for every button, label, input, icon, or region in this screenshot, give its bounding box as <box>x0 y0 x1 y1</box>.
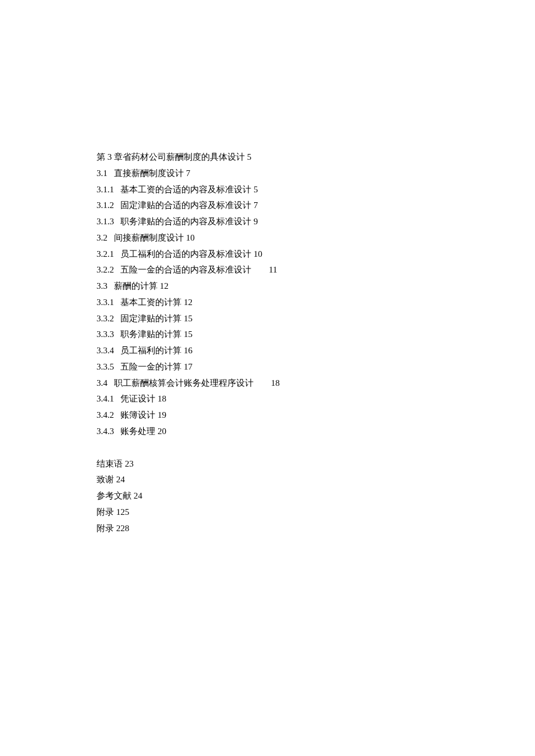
toc-chapter-title: 第 3 章省药材公司薪酬制度的具体设计 5 <box>97 149 535 166</box>
toc-entry: 3.3.1 基本工资的计算 12 <box>97 295 535 311</box>
toc-entry: 3.3.5 五险一金的计算 17 <box>97 359 535 375</box>
toc-entry: 3.4.3 账务处理 20 <box>97 424 535 440</box>
toc-entry: 3.2.2 五险一金的合适的内容及标准设计 11 <box>97 262 535 278</box>
toc-entry: 3.2.1 员工福利的合适的内容及标准设计 10 <box>97 246 535 263</box>
toc-entry: 3.1.3 职务津贴的合适的内容及标准设计 9 <box>97 214 535 230</box>
section-gap <box>97 440 535 456</box>
toc-entry: 3.1.2 固定津贴的合适的内容及标准设计 7 <box>97 198 535 214</box>
toc-entry: 3.3.2 固定津贴的计算 15 <box>97 311 535 327</box>
toc-entry: 3.1 直接薪酬制度设计 7 <box>97 166 535 182</box>
toc-entry: 3.3.3 职务津贴的计算 15 <box>97 327 535 343</box>
toc-entry: 3.1.1 基本工资的合适的内容及标准设计 5 <box>97 182 535 198</box>
toc-entry: 3.4.1 凭证设计 18 <box>97 391 535 407</box>
toc-appendix-entry: 结束语 23 <box>97 456 535 472</box>
toc-entry: 3.2 间接薪酬制度设计 10 <box>97 230 535 246</box>
toc-entry: 3.3 薪酬的计算 12 <box>97 278 535 295</box>
toc-entry: 3.4 职工薪酬核算会计账务处理程序设计 18 <box>97 375 535 392</box>
toc-appendix-entry: 附录 125 <box>97 504 535 521</box>
toc-appendix-entry: 致谢 24 <box>97 472 535 488</box>
toc-appendix-entry: 参考文献 24 <box>97 488 535 504</box>
toc-entry: 3.4.2 账簿设计 19 <box>97 407 535 424</box>
toc-entry: 3.3.4 员工福利的计算 16 <box>97 343 535 359</box>
toc-appendix-entry: 附录 228 <box>97 521 535 537</box>
